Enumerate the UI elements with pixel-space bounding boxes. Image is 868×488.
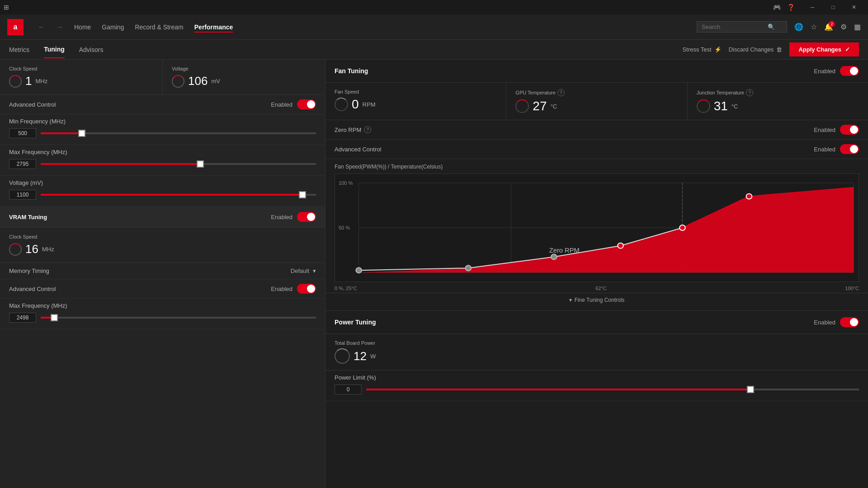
nav-gaming[interactable]: Gaming [102,22,124,33]
power-limit-thumb[interactable] [747,386,754,393]
vram-tuning-right: Enabled [271,212,316,222]
gpu-temp-dial [515,99,529,113]
zero-rpm-right: Enabled [814,125,859,135]
bookmark-icon[interactable]: ☆ [811,23,817,31]
max-freq-fill [41,163,200,165]
chart-y-100: 100 % [339,180,353,186]
power-limit-track[interactable] [366,389,859,390]
subnav-right: Stress Test ⚡ Discard Changes 🗑 Apply Ch… [683,42,859,56]
vram-clock-box: Clock Speed 16 MHz [0,228,325,263]
globe-icon[interactable]: 🌐 [794,23,803,31]
discard-changes-button[interactable]: Discard Changes 🗑 [729,46,783,53]
gpu-temp-info-icon[interactable]: ? [557,89,565,96]
svg-marker-8 [359,188,854,272]
vram-enabled-label: Enabled [271,214,292,221]
help-icon[interactable]: ❓ [787,4,795,11]
nav-record-stream[interactable]: Record & Stream [135,22,183,33]
fine-tuning-row[interactable]: ▾ Fine Tuning Controls [326,293,868,307]
junction-temp-number: 31 [714,99,728,113]
forward-button[interactable]: → [56,23,63,31]
nav-home[interactable]: Home [74,22,91,33]
vram-clock-number: 16 [25,242,38,256]
vram-clock-label: Clock Speed [9,234,316,239]
vram-advanced-toggle[interactable] [297,284,316,294]
voltage-mv-value[interactable]: 1100 [9,190,36,200]
power-limit-slider-row: 0 [335,385,859,394]
fan-speed-dial [335,98,348,111]
search-input[interactable] [702,23,765,30]
minimize-button[interactable]: ─ [802,0,823,14]
grid-icon[interactable]: ▦ [854,23,861,31]
vram-max-freq-thumb[interactable] [51,314,58,321]
clock-speed-number: 1 [25,74,32,88]
vram-advanced-value: Enabled [271,286,292,292]
junction-temp-label: Junction Temperature ? [697,89,859,96]
zero-rpm-left: Zero RPM ? [335,126,371,133]
junction-temp-info-icon[interactable]: ? [746,89,753,96]
stress-test-label: Stress Test [683,46,712,53]
advanced-control-toggle[interactable] [297,99,316,109]
fan-tuning-toggle[interactable] [840,66,859,76]
back-button[interactable]: ← [38,23,45,31]
min-freq-track[interactable] [41,132,316,134]
chart-x-mid: 62°C [595,286,607,291]
power-value-row: 12 W [335,348,859,364]
max-freq-value[interactable]: 2795 [9,159,36,169]
discard-label: Discard Changes [729,46,774,53]
junction-temp-value-row: 31 °C [697,99,859,113]
power-toggle[interactable] [840,317,859,327]
vram-max-freq-track[interactable] [41,317,316,319]
power-limit-label: Power Limit (%) [335,374,859,381]
voltage-mv-thumb[interactable] [299,191,306,198]
voltage-mv-label: Voltage (mV) [9,179,316,186]
zero-rpm-info-icon[interactable]: ? [364,126,371,133]
max-frequency-row: Max Frequency (MHz) 2795 [0,145,325,176]
fine-tuning-label: Fine Tuning Controls [575,297,625,303]
navbar-right: 🔍 🌐 ☆ 🔔 2 ⚙ ▦ [697,21,861,33]
apply-changes-button[interactable]: Apply Changes ✓ [789,42,859,56]
voltage-mv-track[interactable] [41,194,316,196]
advanced-control-right: Enabled [271,99,316,109]
svg-point-14 [746,194,752,199]
memory-timing-label: Memory Timing [9,267,49,274]
fan-advanced-control-row: Advanced Control Enabled [326,140,868,159]
tab-metrics[interactable]: Metrics [9,42,29,58]
min-freq-value[interactable]: 500 [9,128,36,138]
close-button[interactable]: ✕ [844,0,864,14]
clock-voltage-row: Clock Speed 1 MHz Voltage 106 mV [0,60,325,95]
max-freq-thumb[interactable] [197,160,204,168]
junction-temp-box: Junction Temperature ? 31 °C [688,83,868,120]
gpu-temp-number: 27 [533,99,547,113]
chart-label: Fan Speed(PWM(%)) / Temperature(Celsius) [326,159,868,170]
zero-rpm-toggle[interactable] [840,125,859,135]
tab-advisors[interactable]: Advisors [79,42,104,58]
junction-temp-unit: °C [731,103,738,110]
svg-point-12 [618,243,623,249]
min-freq-thumb[interactable] [78,130,85,137]
power-stat-box: Total Board Power 12 W [326,334,868,371]
power-limit-value[interactable]: 0 [335,385,362,394]
search-box[interactable]: 🔍 [697,21,787,33]
settings-icon[interactable]: ⚙ [840,23,847,31]
nav-performance[interactable]: Performance [194,22,233,33]
vram-max-freq-value[interactable]: 2498 [9,313,36,323]
tab-tuning[interactable]: Tuning [44,41,65,58]
controller-icon[interactable]: 🎮 [773,4,781,11]
stress-test-button[interactable]: Stress Test ⚡ [683,46,722,53]
svg-point-9 [356,267,362,273]
fan-curve-chart[interactable]: Zero RPM 100 % 50 % [335,174,859,282]
max-freq-track[interactable] [41,163,316,165]
voltage-value-row: 106 mV [172,74,316,88]
amd-logo: a [7,19,24,35]
power-tuning-right: Enabled [814,317,859,327]
power-limit-fill [366,389,750,390]
memory-timing-row: Memory Timing Default ▾ [0,263,325,279]
vram-advanced-control-row: Advanced Control Enabled [0,279,325,299]
vram-toggle[interactable] [297,212,316,222]
fan-advanced-toggle[interactable] [840,144,859,154]
memory-timing-dropdown[interactable]: Default ▾ [291,267,316,274]
search-icon: 🔍 [768,23,775,30]
gpu-temp-unit: °C [550,103,557,110]
vram-adv-right: Enabled [271,284,316,294]
maximize-button[interactable]: □ [823,0,844,14]
